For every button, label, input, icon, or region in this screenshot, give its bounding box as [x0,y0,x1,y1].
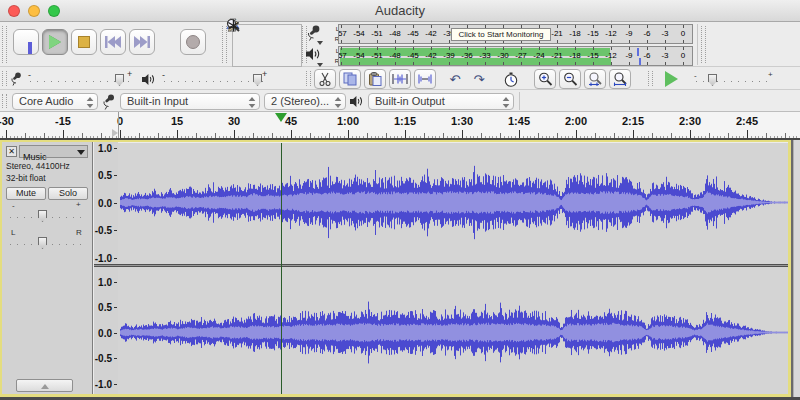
timeline-tick [120,130,121,138]
timeline-tick [223,136,224,139]
trim-audio-button[interactable] [389,69,411,89]
quick-play-pin-icon [112,129,118,137]
timeline-tick [576,130,577,138]
timeline-tick [245,136,246,139]
timeline-tick [82,133,83,138]
playback-meter-scale-label: -18 [569,47,581,65]
playback-meter-icon-group[interactable]: L R [306,47,339,67]
sync-lock-button[interactable] [500,69,522,89]
mixer-toolbar-grip[interactable] [2,71,7,86]
paste-button[interactable] [364,69,386,89]
timeline-tick [743,136,744,139]
playback-meter-scale-label: -45 [407,47,419,65]
gain-slider[interactable] [10,216,84,219]
vertical-scrollbar[interactable] [793,140,800,397]
play-at-speed-button[interactable] [658,69,684,89]
timeline-tick [158,133,159,138]
timeline-tick [147,136,148,139]
timeline-ruler[interactable]: -30-1501530451:001:151:301:452:002:152:3… [0,112,800,140]
track-title-menu[interactable]: Music [19,145,88,158]
playback-meter-scale-label: -39 [443,47,455,65]
fit-selection-icon [588,72,603,86]
recording-meter[interactable]: Click to Start Monitoring -57-54-51-48-4… [338,24,693,44]
multi-tool-button[interactable] [233,25,234,26]
cut-button[interactable] [314,69,336,89]
play-speed-slider[interactable] [696,80,772,83]
play-speed-thumb[interactable] [708,74,717,86]
record-meter-dropdown-icon[interactable] [317,41,323,45]
timeline-tick [648,136,649,139]
playback-volume-thumb[interactable] [253,74,262,86]
channel-divider [94,264,788,267]
timeline-tick [333,136,334,139]
zoom-in-button[interactable] [534,69,556,89]
recording-meter-scale-label: -42 [425,25,437,43]
record-volume-plus-label: + [127,70,132,79]
pause-button[interactable] [13,29,39,55]
redo-button[interactable]: ↷ [468,69,490,89]
timeline-tick [63,130,64,138]
timeline-tick [690,130,691,138]
solo-button[interactable]: Solo [48,187,88,200]
recording-meter-scale-label: -3 [661,25,668,43]
timeline-tick [52,136,53,139]
edit-toolbar-grip[interactable] [306,71,311,86]
undo-button[interactable]: ↶ [444,69,466,89]
playback-volume-slider[interactable] [164,80,266,83]
timeline-tick [314,136,315,139]
timeline-tick [363,136,364,139]
timeline-tick [679,136,680,139]
record-button[interactable] [180,29,206,55]
timeline-tick [200,136,201,139]
transcription-toolbar-grip[interactable] [648,71,653,86]
timeline-tick [500,133,501,138]
timeline-tick [751,136,752,139]
zoom-out-button[interactable] [559,69,581,89]
vertical-ruler-label: 0.5 [90,170,112,181]
transport-toolbar-grip[interactable] [2,26,7,63]
window-titlebar: Audacity [0,0,800,22]
recording-meter-scale-label: -57 [338,25,347,43]
input-device-mic-icon [102,94,115,110]
playback-meter-dropdown-icon[interactable] [317,63,323,67]
audio-host-select[interactable]: Core Audio [12,93,98,110]
playback-meter[interactable]: -57-54-51-48-45-42-39-36-33-30-27-24-21-… [338,46,693,66]
timeline-tick [489,136,490,139]
playhead-marker[interactable] [275,113,287,122]
fit-project-button[interactable] [609,69,631,89]
silence-audio-button[interactable] [414,69,436,89]
stop-button[interactable] [71,29,97,55]
timeline-tick [86,136,87,139]
timeline-tick [527,136,528,139]
input-device-select[interactable]: Built-in Input [120,93,260,110]
fit-selection-button[interactable] [584,69,606,89]
skip-to-start-button[interactable] [100,29,126,55]
input-channels-select[interactable]: 2 (Stereo)... [264,93,346,110]
spare-toolbar-grip[interactable] [701,26,706,63]
timeline-tick [420,136,421,139]
copy-button[interactable] [339,69,361,89]
output-device-select[interactable]: Built-in Output [368,93,514,110]
timeline-tick [302,136,303,139]
record-volume-thumb[interactable] [115,74,124,86]
device-toolbar-grip[interactable] [2,94,7,108]
timeline-tick [622,136,623,139]
mute-button[interactable]: Mute [6,187,46,200]
collapse-arrow-icon [41,384,49,389]
fit-project-icon [613,72,628,86]
vertical-ruler-tick [114,148,117,149]
timeline-tick [234,130,235,138]
undo-icon: ↶ [450,73,461,86]
timeline-tick [473,136,474,139]
pan-slider[interactable] [10,243,84,246]
record-meter-icon-group[interactable]: L R [306,25,339,45]
skip-to-end-button[interactable] [129,29,155,55]
waveform-channel-right[interactable] [118,267,788,394]
play-button[interactable] [42,29,68,55]
timeline-tick [492,136,493,139]
vertical-ruler-label: -1.0 [90,252,112,263]
waveform-channel-left[interactable] [118,143,788,264]
track-collapse-button[interactable] [16,379,73,392]
timeline-tick [485,136,486,139]
track-close-button[interactable]: ✕ [6,146,17,157]
